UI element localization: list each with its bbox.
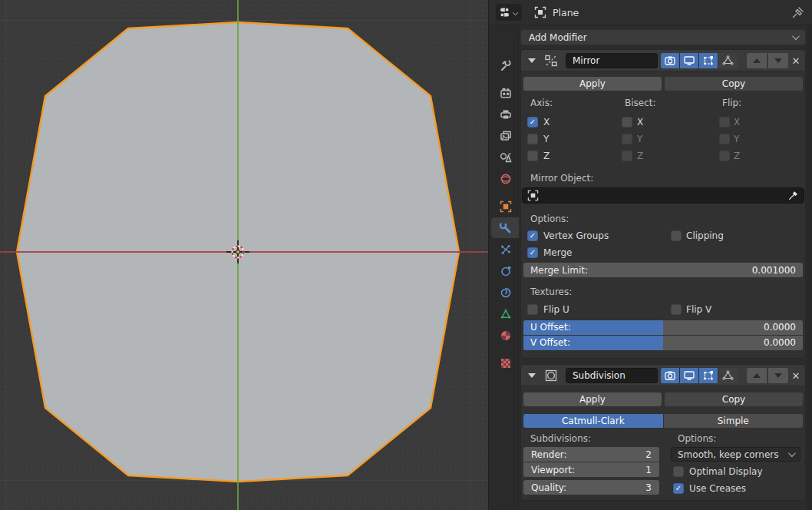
display-editmode-toggle[interactable]: [699, 368, 718, 383]
tab-tool[interactable]: [492, 55, 519, 75]
checkbox-optimal-display[interactable]: [673, 466, 684, 477]
tab-physics[interactable]: [492, 260, 519, 281]
checkbox-label: Z: [734, 151, 740, 161]
tab-material[interactable]: [492, 325, 519, 346]
checkbox-label: Use Creases: [689, 483, 746, 494]
checkbox-bisect-x[interactable]: [622, 117, 632, 128]
checkbox-label: Optimal Display: [689, 466, 763, 477]
vertex-groups-row: Vertex Groups Clipping: [523, 230, 803, 241]
tab-output[interactable]: [492, 104, 519, 124]
checkbox-axis-z[interactable]: [527, 151, 538, 161]
mirror-modifier-header: Mirror: [521, 50, 805, 71]
checkbox-use-creases[interactable]: [673, 483, 684, 494]
modifier-reorder-buttons: [747, 368, 788, 383]
display-render-toggle[interactable]: [661, 53, 680, 68]
properties-header: Plane: [489, 0, 812, 25]
tab-world[interactable]: [492, 168, 519, 189]
move-modifier-up-button[interactable]: [747, 368, 767, 383]
mirror-object-field[interactable]: [522, 187, 804, 204]
blender-window: Plane: [0, 0, 812, 510]
material-icon: [500, 330, 512, 342]
remove-modifier-button[interactable]: ✕: [790, 55, 802, 66]
add-modifier-label: Add Modifier: [529, 32, 587, 43]
tab-particles[interactable]: [492, 239, 519, 260]
render-levels-field[interactable]: Render: 2: [523, 447, 659, 462]
subdivisions-label: Subdivisions:: [530, 433, 591, 444]
checkbox-vertex-groups[interactable]: [527, 230, 538, 241]
checkbox-bisect-y[interactable]: [622, 134, 632, 144]
world-icon: [500, 173, 512, 185]
checkbox-flip-v[interactable]: [671, 304, 682, 315]
options-label-row: Options:: [523, 214, 803, 224]
display-render-toggle[interactable]: [661, 368, 680, 383]
add-modifier-dropdown[interactable]: Add Modifier: [520, 29, 806, 45]
checkbox-label: Y: [543, 134, 549, 144]
tab-object[interactable]: [492, 196, 519, 217]
checkbox-flip-z[interactable]: [719, 151, 730, 161]
3d-viewport[interactable]: [0, 0, 489, 510]
view-layer-icon: [500, 130, 512, 142]
checkbox-flip-u[interactable]: [527, 304, 538, 315]
v-offset-slider[interactable]: V Offset: 0.0000: [523, 336, 803, 350]
tab-modifiers[interactable]: [491, 217, 519, 238]
tab-texture[interactable]: [492, 353, 519, 373]
catmull-clark-button[interactable]: Catmull-Clark: [523, 414, 663, 428]
display-viewport-toggle[interactable]: [680, 53, 699, 68]
checkbox-merge[interactable]: [527, 247, 538, 258]
modifier-name-input[interactable]: Mirror: [566, 53, 658, 68]
display-viewport-toggle[interactable]: [680, 368, 699, 383]
apply-button[interactable]: Apply: [523, 392, 662, 406]
remove-modifier-button[interactable]: ✕: [790, 369, 802, 381]
u-offset-slider[interactable]: U Offset: 0.0000: [523, 320, 803, 335]
simple-button[interactable]: Simple: [664, 414, 804, 428]
checkbox-clipping[interactable]: [671, 230, 682, 241]
merge-limit-field[interactable]: Merge Limit: 0.001000: [523, 263, 803, 277]
checkbox-label: X: [734, 117, 740, 128]
properties-tab-strip: [489, 25, 519, 510]
expand-triangle-icon[interactable]: [528, 373, 536, 378]
merge-limit-value: 0.001000: [752, 265, 796, 276]
checkbox-axis-x[interactable]: [527, 117, 538, 128]
subdivision-modifier-icon: [544, 369, 558, 382]
tab-scene[interactable]: [492, 147, 519, 167]
checkbox-label: Y: [637, 134, 642, 144]
chevron-down-icon: [513, 9, 518, 15]
tab-view-layer[interactable]: [492, 125, 519, 146]
triangle-up-icon: [753, 58, 761, 63]
modifier-name-input[interactable]: Subdivision: [566, 368, 658, 383]
checkbox-flip-x[interactable]: [719, 117, 730, 128]
checkbox-axis-y[interactable]: [527, 134, 538, 144]
constraints-icon: [500, 286, 512, 299]
copy-button[interactable]: Copy: [665, 392, 803, 406]
pin-icon[interactable]: [791, 6, 804, 19]
edit-mode-icon: [703, 55, 714, 65]
checkbox-bisect-z[interactable]: [622, 151, 632, 161]
tab-constraints[interactable]: [492, 282, 519, 303]
tab-object-data[interactable]: [492, 303, 519, 324]
apply-button[interactable]: Apply: [523, 77, 662, 91]
display-oncage-toggle[interactable]: [718, 53, 738, 68]
checkbox-label: Clipping: [686, 230, 724, 241]
monitor-icon: [684, 56, 695, 65]
move-modifier-up-button[interactable]: [747, 53, 767, 68]
scrollbar-track[interactable]: [807, 25, 812, 510]
move-modifier-down-button[interactable]: [768, 368, 788, 383]
uv-smooth-dropdown[interactable]: Smooth, keep corners: [671, 447, 800, 462]
eyedropper-icon[interactable]: [787, 190, 799, 201]
tab-render[interactable]: [492, 82, 519, 103]
checkbox-label: Vertex Groups: [543, 230, 609, 241]
options-label: Options:: [678, 433, 716, 444]
copy-button[interactable]: Copy: [665, 77, 803, 91]
axis-row-y: Y Y Y: [523, 134, 803, 144]
move-modifier-down-button[interactable]: [768, 53, 788, 68]
editor-type-button[interactable]: [496, 4, 522, 21]
checkbox-label: Flip U: [543, 304, 569, 315]
expand-triangle-icon[interactable]: [528, 58, 536, 63]
subdivision-modifier-header: Subdivision: [521, 365, 805, 386]
display-oncage-toggle[interactable]: [718, 368, 738, 383]
output-printer-icon: [500, 108, 512, 121]
display-editmode-toggle[interactable]: [699, 53, 718, 68]
camera-icon: [665, 56, 675, 65]
particles-icon: [500, 243, 512, 256]
checkbox-flip-y[interactable]: [719, 134, 730, 144]
